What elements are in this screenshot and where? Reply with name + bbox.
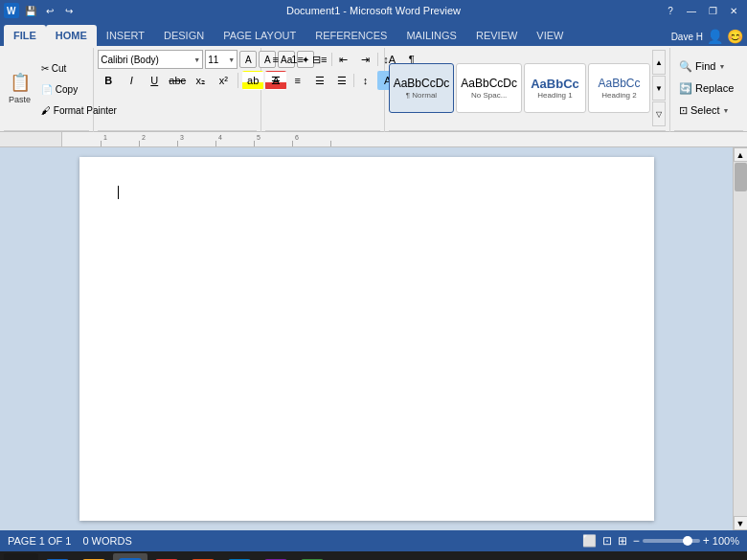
styles-scroll: ▲ ▼ ▽ bbox=[652, 50, 666, 126]
increase-indent-button[interactable]: ⇥ bbox=[355, 50, 376, 69]
style-no-spacing-label: No Spac... bbox=[471, 91, 507, 100]
divider bbox=[238, 73, 238, 88]
tab-file[interactable]: FILE bbox=[4, 25, 46, 46]
taskbar-ie[interactable]: e bbox=[40, 553, 75, 560]
font-grow-button[interactable]: A bbox=[239, 51, 257, 68]
ribbon-tabs: FILE HOME INSERT DESIGN PAGE LAYOUT REFE… bbox=[0, 21, 747, 46]
paste-label: Paste bbox=[9, 95, 31, 104]
scroll-thumb[interactable] bbox=[735, 163, 747, 191]
tab-home[interactable]: HOME bbox=[46, 25, 97, 46]
tab-view[interactable]: VIEW bbox=[527, 25, 573, 46]
style-normal-preview: AaBbCcDc bbox=[394, 77, 450, 90]
align-center-button[interactable]: ≡ bbox=[287, 71, 308, 90]
multilevel-button[interactable]: ⊟≡ bbox=[309, 50, 330, 69]
scroll-up-button[interactable]: ▲ bbox=[734, 147, 748, 162]
numbering-button[interactable]: 1≡ bbox=[287, 50, 308, 69]
paste-button[interactable]: 📋 Paste bbox=[4, 63, 35, 113]
find-icon: 🔍 bbox=[679, 60, 692, 73]
document-view-web[interactable]: ⊞ bbox=[618, 534, 627, 548]
find-arrow: ▼ bbox=[718, 63, 725, 70]
svg-text:W: W bbox=[7, 6, 16, 16]
style-normal-label: ¶ Normal bbox=[406, 91, 437, 100]
select-button[interactable]: ⊡ Select ▼ bbox=[674, 101, 735, 120]
taskbar-powerpoint[interactable]: P bbox=[186, 553, 220, 560]
styles-scroll-down[interactable]: ▼ bbox=[652, 76, 666, 101]
style-heading2-label: Heading 2 bbox=[601, 91, 636, 100]
text-cursor bbox=[118, 186, 119, 199]
tab-design[interactable]: DESIGN bbox=[154, 25, 214, 46]
font-group: Calibri (Body) ▼ 11 ▼ A A Aa ✦ B I U bbox=[94, 48, 260, 143]
decrease-indent-button[interactable]: ⇤ bbox=[333, 50, 354, 69]
restore-button[interactable]: ❐ bbox=[703, 3, 722, 18]
align-left-button[interactable]: ☰ bbox=[265, 71, 286, 90]
main-area: 1 2 3 4 5 6 ▲ ▼ PAGE 1 OF 1 bbox=[0, 132, 747, 551]
bullets-button[interactable]: ≡ bbox=[265, 50, 286, 69]
close-button[interactable]: ✕ bbox=[724, 3, 743, 18]
taskbar-outlook[interactable]: O bbox=[222, 553, 257, 560]
subscript-button[interactable]: x₂ bbox=[190, 71, 211, 90]
page-container bbox=[0, 147, 733, 530]
taskbar-word[interactable]: W bbox=[113, 553, 147, 560]
page-indicator: PAGE 1 OF 1 bbox=[8, 535, 71, 547]
italic-button[interactable]: I bbox=[121, 71, 142, 90]
document-view-print[interactable]: ⬜ bbox=[582, 534, 597, 548]
document-page[interactable] bbox=[79, 157, 654, 521]
style-no-spacing-preview: AaBbCcDc bbox=[461, 77, 517, 90]
align-right-button[interactable]: ☰ bbox=[309, 71, 330, 90]
line-spacing-button[interactable]: ↕ bbox=[355, 71, 376, 90]
style-heading1-label: Heading 1 bbox=[537, 91, 572, 100]
superscript-button[interactable]: x² bbox=[213, 71, 234, 90]
tab-review[interactable]: REVIEW bbox=[466, 25, 527, 46]
ruler-ticks: 1 2 3 4 5 6 bbox=[62, 132, 747, 146]
taskbar-explorer[interactable]: 📁 bbox=[77, 553, 111, 560]
tab-insert[interactable]: INSERT bbox=[97, 25, 154, 46]
style-no-spacing[interactable]: AaBbCcDc No Spac... bbox=[456, 63, 522, 113]
bold-button[interactable]: B bbox=[98, 71, 119, 90]
scroll-down-button[interactable]: ▼ bbox=[734, 516, 748, 530]
style-normal[interactable]: AaBbCcDc ¶ Normal bbox=[389, 63, 455, 113]
title-bar: W 💾 ↩ ↪ Document1 - Microsoft Word Previ… bbox=[0, 0, 747, 21]
ruler-area: 1 2 3 4 5 6 bbox=[0, 132, 747, 147]
paste-icon: 📋 bbox=[10, 72, 31, 93]
save-icon[interactable]: 💾 bbox=[23, 3, 38, 18]
font-size-value: 11 bbox=[208, 55, 218, 65]
taskbar-onenote[interactable]: N bbox=[259, 553, 293, 560]
styles-more[interactable]: ▽ bbox=[652, 101, 666, 126]
underline-button[interactable]: U bbox=[144, 71, 165, 90]
font-name-selector[interactable]: Calibri (Body) ▼ bbox=[98, 50, 203, 69]
tab-mailings[interactable]: MAILINGS bbox=[396, 25, 466, 46]
clipboard-group: 📋 Paste ✂ Cut 📄 Copy 🖌 Format Painter Cl… bbox=[0, 48, 94, 143]
divider2 bbox=[331, 53, 332, 66]
start-button[interactable]: ⊞ bbox=[4, 553, 38, 560]
styles-scroll-up[interactable]: ▲ bbox=[652, 50, 666, 75]
find-button[interactable]: 🔍 Find ▼ bbox=[674, 56, 730, 76]
paragraph-group: ≡ 1≡ ⊟≡ ⇤ ⇥ ↕A ¶ ☰ ≡ ☰ ☰ ↕ A bbox=[261, 48, 385, 143]
minimize-button[interactable]: — bbox=[682, 3, 701, 18]
style-heading1[interactable]: AaBbCc Heading 1 bbox=[524, 63, 586, 113]
window-title: Document1 - Microsoft Word Preview bbox=[286, 5, 461, 16]
taskbar-office[interactable]: O bbox=[149, 553, 184, 560]
zoom-out-button[interactable]: − bbox=[633, 534, 640, 548]
undo-icon[interactable]: ↩ bbox=[42, 3, 57, 18]
vertical-scrollbar: ▲ ▼ bbox=[733, 147, 747, 530]
taskbar-excel[interactable]: X bbox=[295, 553, 329, 560]
zoom-slider[interactable] bbox=[643, 539, 700, 543]
replace-button[interactable]: 🔄 Replace bbox=[674, 78, 738, 98]
redo-icon[interactable]: ↪ bbox=[61, 3, 77, 18]
font-size-selector[interactable]: 11 ▼ bbox=[205, 50, 238, 69]
smiley-icon: 😊 bbox=[727, 29, 743, 44]
zoom-thumb[interactable] bbox=[683, 536, 692, 546]
document-view-full[interactable]: ⊡ bbox=[602, 534, 612, 548]
strikethrough-button[interactable]: abc bbox=[167, 71, 188, 90]
ribbon-content: 📋 Paste ✂ Cut 📄 Copy 🖌 Format Painter Cl… bbox=[0, 46, 747, 145]
word-icon: W bbox=[4, 3, 19, 18]
tab-page-layout[interactable]: PAGE LAYOUT bbox=[214, 25, 306, 46]
user-name: Dave H bbox=[671, 32, 703, 42]
justify-button[interactable]: ☰ bbox=[331, 71, 352, 90]
style-heading2[interactable]: AaBbCc Heading 2 bbox=[588, 63, 650, 113]
user-avatar-icon: 👤 bbox=[707, 29, 723, 44]
styles-group-content: AaBbCcDc ¶ Normal AaBbCcDc No Spac... Aa… bbox=[389, 48, 666, 128]
help-button[interactable]: ? bbox=[661, 3, 680, 18]
zoom-in-button[interactable]: + bbox=[703, 534, 710, 548]
tab-references[interactable]: REFERENCES bbox=[306, 25, 396, 46]
